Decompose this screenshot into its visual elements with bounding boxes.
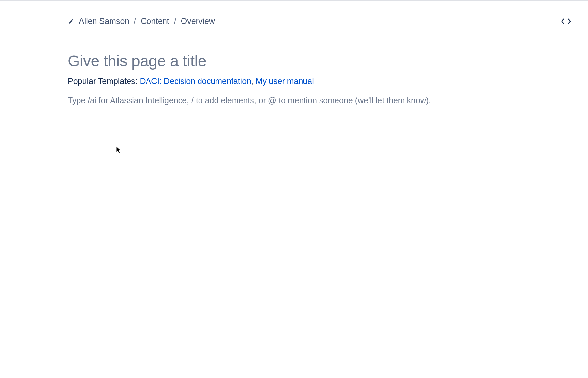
mouse-cursor <box>116 146 122 155</box>
breadcrumb-separator: / <box>174 16 176 26</box>
templates-row: Popular Templates: DACI: Decision docume… <box>68 77 520 86</box>
breadcrumb-item-content[interactable]: Content <box>141 16 169 26</box>
expand-horizontal-icon <box>561 18 571 25</box>
page-content: Give this page a title Popular Templates… <box>0 26 588 105</box>
page-header: Allen Samson / Content / Overview <box>0 1 588 26</box>
expand-width-button[interactable] <box>560 17 572 26</box>
template-link-daci[interactable]: DACI: Decision documentation <box>140 77 251 86</box>
breadcrumb-item-space[interactable]: Allen Samson <box>79 16 129 26</box>
breadcrumb: Allen Samson / Content / Overview <box>68 16 215 26</box>
page-title-input[interactable]: Give this page a title <box>68 52 520 70</box>
templates-label: Popular Templates: <box>68 77 140 86</box>
templates-separator: , <box>251 77 256 86</box>
breadcrumb-separator: / <box>134 16 136 26</box>
page-body-input[interactable]: Type /ai for Atlassian Intelligence, / t… <box>68 96 520 105</box>
edit-icon <box>68 18 74 25</box>
template-link-user-manual[interactable]: My user manual <box>256 77 314 86</box>
breadcrumb-item-overview[interactable]: Overview <box>181 16 215 26</box>
